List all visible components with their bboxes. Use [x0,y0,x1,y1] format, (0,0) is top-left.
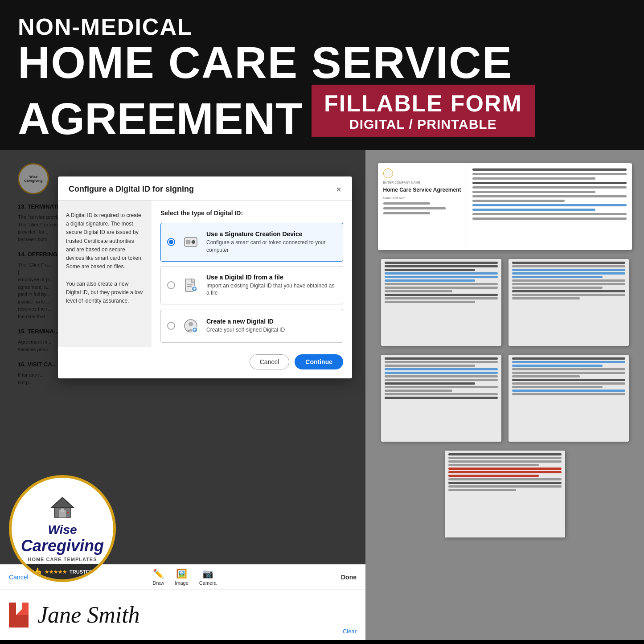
pl-c4 [385,368,498,370]
preview-left-col: ENTER COMPANY NAME Home Care Service Agr… [378,163,467,250]
signature-canvas-area[interactable]: Jane Smith Clear [0,590,365,640]
pl-c1 [385,357,498,360]
preview-thumb-2b [509,259,629,346]
dialog-info-text-2: You can also create a new Digital ID, bu… [66,280,144,306]
fillable-badge: FILLABLE FORM DIGITAL / PRINTABLE [312,85,535,137]
thumb-icon: 👍 [32,567,42,577]
pl-7 [385,283,498,285]
pl-b11 [512,297,580,299]
pl-b10 [512,294,625,296]
preview-logo-1 [383,168,393,178]
radio-signature-device[interactable] [167,238,175,246]
dialog-info-panel: A Digital ID is required to create a dig… [58,201,152,347]
pl-d3 [512,365,603,367]
pl-b7 [512,283,625,285]
header-homecare: HOME CARE SERVICE [18,40,626,85]
pl-d11 [512,393,625,395]
option-title-create-digital-id: Create a new Digital ID [206,318,285,325]
image-tool[interactable]: 🖼️ Image [175,568,189,586]
pl-e9 [448,482,562,484]
pl-c6 [385,375,498,377]
clear-button[interactable]: Clear [343,628,357,635]
pl-d9 [512,386,603,388]
pl-d5 [512,372,625,374]
logo-overlay: Wise Caregiving HOME CARE TEMPLATES 👍 ★★… [9,475,116,582]
draw-icon: ✏️ [153,568,164,579]
pl-d7 [512,379,625,381]
preview-line-r10 [472,209,596,211]
pl-d4 [512,368,625,370]
stars: ★★★★★ [45,569,67,575]
create-digital-id-icon [181,316,200,335]
svg-rect-18 [61,509,64,512]
pl-d2 [512,361,625,363]
pl-8 [385,287,498,289]
preview-body-2a [381,259,501,346]
preview-agreement-title: Home Care Service Agreement [383,187,461,194]
dialog-options-panel: Select the type of Digital ID: Use a Si [152,201,352,347]
preview-line-r9 [472,204,627,206]
pl-5 [385,276,498,278]
svg-point-11 [189,322,193,326]
pl-6 [385,279,475,282]
image-label: Image [175,580,189,586]
preview-company-text-2: Some text here [383,197,461,200]
draw-label: Draw [153,580,164,586]
configure-digital-id-dialog: Configure a Digital ID for signing × A D… [58,176,352,378]
draw-tool[interactable]: ✏️ Draw [153,568,164,586]
preview-body-2b [509,259,629,346]
preview-right-col [467,163,632,250]
option-signature-device[interactable]: Use a Signature Creation Device Configur… [160,223,343,262]
pl-4 [385,272,498,275]
preview-row-4 [445,451,565,537]
pl-e2 [448,457,562,459]
pl-9 [385,290,452,292]
pl-c3 [385,365,475,367]
pdf-icon [9,603,29,628]
preview-body-4a [445,451,565,537]
preview-thumb-2a [381,259,501,346]
radio-digital-id-file[interactable] [167,281,175,289]
digital-id-file-icon [181,276,200,295]
header-nonmedical: NON-MEDICAL [18,13,626,40]
logo-wise-text: Wise [21,523,104,537]
pl-d8 [512,382,625,385]
pl-e4 [448,464,539,466]
option-digital-id-file[interactable]: Use a Digital ID from a file Import an e… [160,266,343,305]
pl-e7 [448,475,539,477]
header-agreement: AGREEMENT [18,96,303,141]
camera-tool[interactable]: 📷 Camera [199,568,217,586]
pl-e10 [448,485,562,488]
cancel-button[interactable]: Cancel [250,354,290,369]
preview-line-3 [383,212,430,214]
trusted-label: TRUSTED [70,569,93,574]
pl-b2 [512,265,625,267]
continue-button[interactable]: Continue [295,354,343,369]
camera-icon: 📷 [202,568,213,579]
preview-body-3b [509,355,629,442]
pl-b5 [512,276,603,278]
signature-device-icon [181,233,200,251]
pl-e8 [448,478,562,480]
radio-create-digital-id[interactable] [167,322,175,330]
preview-row-3 [381,355,629,442]
pl-b4 [512,272,625,275]
option-create-digital-id[interactable]: Create a new Digital ID Create your self… [160,309,343,343]
dialog-footer: Cancel Continue [58,347,352,378]
preview-line-r6 [472,191,596,193]
done-button[interactable]: Done [341,574,357,581]
preview-line-r7 [472,195,627,197]
preview-line-1 [383,202,430,205]
main-content: WiseCaregiving 13. TERMINATION OF AGREEM… [0,150,644,640]
select-type-label: Select the type of Digital ID: [160,209,343,217]
preview-line-2 [383,207,446,209]
digital-printable-label: DIGITAL / PRINTABLE [324,117,522,132]
preview-thumb-3b [509,355,629,442]
preview-line-r8 [472,200,565,202]
dialog-close-button[interactable]: × [336,185,341,194]
svg-point-19 [67,512,69,513]
sig-tools: ✏️ Draw 🖼️ Image 📷 Camera [153,568,217,586]
dialog-header: Configure a Digital ID for signing × [58,176,352,201]
logo-subtitle: HOME CARE TEMPLATES [28,557,97,562]
dialog-body: A Digital ID is required to create a dig… [58,201,352,347]
